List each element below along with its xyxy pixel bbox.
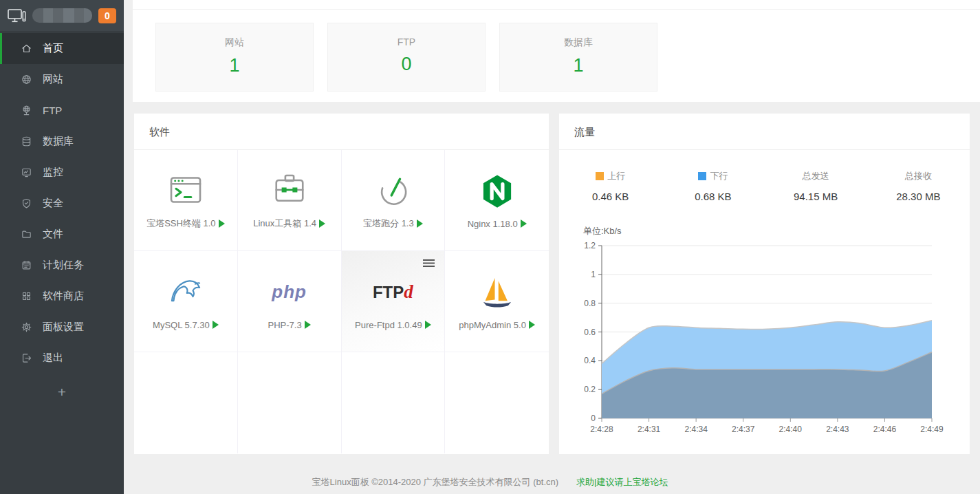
software-tile[interactable]: MySQL 5.7.30 [134,251,238,352]
service-running-icon[interactable] [425,321,431,329]
sidebar-item-label: 计划任务 [43,259,84,272]
service-running-icon[interactable] [219,219,225,228]
software-tile[interactable]: Nginx 1.18.0 [445,150,549,251]
software-tile[interactable]: 宝塔SSH终端 1.0 [134,150,238,251]
sidebar-item-label: 首页 [43,42,63,55]
monitor-icon [21,167,32,178]
software-name: Linux工具箱 1.4 [253,217,325,230]
sidebar-item-label: 退出 [43,352,63,365]
sidebar-item-5[interactable]: 监控 [0,157,124,188]
service-running-icon[interactable] [319,219,325,228]
stat-card[interactable]: 数据库1 [499,23,657,92]
service-running-icon[interactable] [417,219,423,228]
legend-value: 94.15 MB [765,191,867,202]
sidebar-item-2[interactable]: 网站 [0,64,124,95]
software-panel-title: 软件 [134,114,549,150]
software-name-text: 宝塔SSH终端 1.0 [146,217,215,230]
svg-text:1.2: 1.2 [584,241,596,250]
software-tile[interactable]: Linux工具箱 1.4 [238,150,342,251]
stat-cards: 网站1FTP0数据库1 [155,23,657,92]
legend-item: 总接收28.30 MB [867,170,970,202]
folder-icon [21,228,32,240]
sidebar-menu: 首页网站FTP数据库监控安全文件计划任务软件商店面板设置退出 [0,33,124,374]
service-running-icon[interactable] [213,321,219,329]
sidebar-item-label: 监控 [43,166,63,179]
sidebar-item-7[interactable]: 文件 [0,219,124,250]
software-grid: 宝塔SSH终端 1.0Linux工具箱 1.4宝塔跑分 1.3Nginx 1.1… [134,150,549,453]
software-tile[interactable]: FTPdPure-Ftpd 1.0.49 [342,251,446,352]
legend-label-text: 上行 [607,170,625,182]
sidebar-item-label: FTP [43,105,62,116]
service-running-icon[interactable] [305,321,311,329]
home-icon [21,43,32,54]
stat-card[interactable]: FTP0 [327,23,486,92]
sidebar-item-4[interactable]: 数据库 [0,126,124,157]
svg-text:2:4:31: 2:4:31 [638,425,661,434]
ftp-icon [21,105,32,116]
software-tile[interactable]: phpMyAdmin 5.0 [445,251,549,352]
service-running-icon[interactable] [521,219,527,228]
legend-item: 下行0.68 KB [662,170,764,202]
sidebar-item-8[interactable]: 计划任务 [0,250,124,281]
stat-card-value: 1 [156,55,313,76]
traffic-panel: 流量 上行0.46 KB下行0.68 KB总发送94.15 MB总接收28.30… [559,114,970,454]
logout-icon [21,352,32,364]
svg-text:2:4:46: 2:4:46 [873,425,897,434]
sidebar-item-3[interactable]: FTP [0,95,124,126]
php-icon: php [272,273,307,312]
footer-copyright: 宝塔Linux面板 ©2014-2020 广东堡塔安全技术有限公司 (bt.cn… [312,477,559,487]
software-cell-empty [134,352,238,453]
stats-band: 网站1FTP0数据库1 [133,0,980,102]
software-name-text: PHP-7.3 [268,320,302,330]
software-name: phpMyAdmin 5.0 [459,320,535,330]
sidebar-item-label: 文件 [43,228,63,241]
software-cell-empty [342,352,446,453]
sidebar-item-1[interactable]: 首页 [0,33,124,64]
svg-text:1: 1 [591,270,596,279]
footer: 宝塔Linux面板 ©2014-2020 广东堡塔安全技术有限公司 (bt.cn… [0,476,980,488]
pureftpd-icon: FTPd [373,273,413,312]
legend-label: 下行 [662,170,764,182]
software-tile[interactable]: 宝塔跑分 1.3 [342,150,446,251]
main-content: 网站1FTP0数据库1 软件 宝塔SSH终端 1.0Linux工具箱 1.4宝塔… [124,0,980,494]
software-name-text: Linux工具箱 1.4 [253,217,316,230]
bt-panel-page: 0 首页网站FTP数据库监控安全文件计划任务软件商店面板设置退出 + 网站1FT… [0,0,980,494]
sidebar-item-6[interactable]: 安全 [0,188,124,219]
sidebar-add-button[interactable]: + [0,378,124,407]
sidebar-item-9[interactable]: 软件商店 [0,281,124,312]
legend-swatch-icon [698,172,706,180]
software-name: MySQL 5.7.30 [153,320,219,330]
software-panel: 软件 宝塔SSH终端 1.0Linux工具箱 1.4宝塔跑分 1.3Nginx … [134,114,549,454]
message-count-badge[interactable]: 0 [98,8,116,23]
globe-icon [21,74,32,85]
software-name: 宝塔跑分 1.3 [363,217,423,230]
software-name: PHP-7.3 [268,320,311,330]
svg-text:0.4: 0.4 [584,356,596,365]
server-name-redacted [32,8,92,23]
footer-forum-link[interactable]: 求助|建议请上宝塔论坛 [576,477,668,487]
nginx-icon [478,172,516,211]
sidebar-item-10[interactable]: 面板设置 [0,312,124,343]
software-cell-empty [445,352,549,453]
stat-card-label: 网站 [156,36,313,49]
sidebar-item-label: 安全 [43,197,63,210]
sidebar-item-label: 软件商店 [43,290,84,303]
terminal-icon [166,171,205,209]
legend-swatch-icon [596,172,604,180]
sidebar-item-label: 面板设置 [43,321,84,334]
software-name: 宝塔SSH终端 1.0 [146,217,224,230]
legend-value: 28.30 MB [867,191,970,202]
svg-text:0.6: 0.6 [584,327,596,337]
software-name-text: Nginx 1.18.0 [468,219,518,229]
software-name-text: MySQL 5.7.30 [153,320,210,330]
tile-menu-icon[interactable] [422,258,435,270]
software-tile[interactable]: phpPHP-7.3 [238,251,342,352]
gear-icon [21,321,32,333]
stat-card[interactable]: 网站1 [155,23,314,92]
legend-label: 总接收 [867,170,970,182]
software-cell-empty [238,352,342,453]
calendar-icon [21,259,32,271]
service-running-icon[interactable] [529,321,535,329]
software-name-text: 宝塔跑分 1.3 [363,217,414,230]
sidebar-item-11[interactable]: 退出 [0,343,124,374]
